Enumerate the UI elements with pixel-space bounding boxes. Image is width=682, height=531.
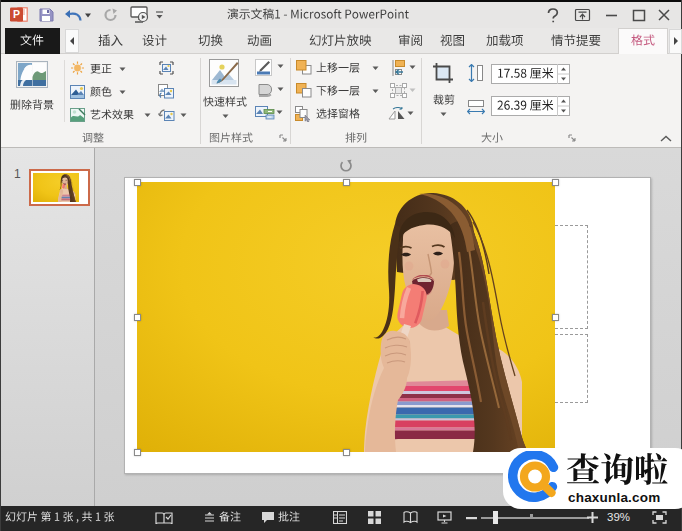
svg-text:P: P bbox=[13, 8, 20, 20]
